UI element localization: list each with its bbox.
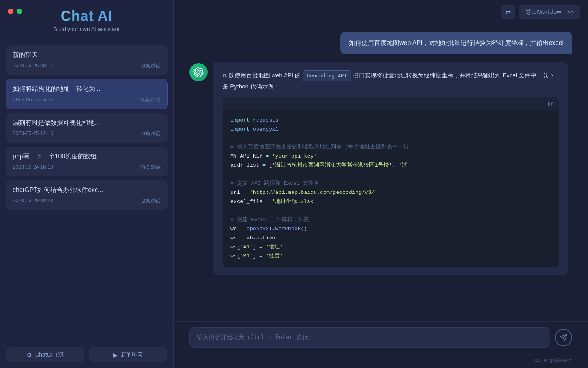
user-message: 如何使用百度地图web API，对地址批量进行转换为经纬度坐标，并输出excel: [189, 32, 572, 54]
user-bubble: 如何使用百度地图web API，对地址批量进行转换为经纬度坐标，并输出excel: [340, 32, 572, 54]
chat-item-count: 10条对话: [140, 164, 161, 171]
chat-list-item[interactable]: 漏刻有时是做数据可视化和地... 2023-05-25 12:16 6条对话: [6, 113, 168, 143]
chat-item-count: 6条对话: [142, 130, 161, 137]
chat-area: 如何使用百度地图web API，对地址批量进行转换为经纬度坐标，并输出excel…: [174, 24, 588, 321]
chat-item-meta: 2023-05-24 16:19 10条对话: [13, 164, 161, 171]
play-icon: ▶: [113, 352, 118, 358]
chat-item-count: 0条对话: [142, 62, 161, 69]
footer-note: CSDN @漏刻有时: [174, 356, 588, 368]
main-header: ⇄ 导出Markdown >>: [174, 0, 588, 24]
chat-item-title: chatGPT如何结合办公软件exc...: [13, 186, 161, 194]
app-title: Chat AI: [61, 8, 113, 24]
geocoding-badge: Geocoding API: [303, 70, 352, 81]
chat-item-meta: 2023-05-26 06:42 24条对话: [13, 96, 160, 103]
chat-item-count: 2条对话: [142, 197, 161, 205]
code-body: import requests import openpyxl # 输入百度地图…: [223, 110, 559, 267]
chat-item-date: 2023-05-26 06:42: [13, 96, 54, 103]
window-close-button[interactable]: [8, 9, 13, 14]
new-chat-label: 新的聊天: [121, 351, 143, 359]
chat-item-date: 2023-05-25 12:16: [13, 130, 53, 137]
source-label: ChatGPT源: [35, 351, 64, 359]
sidebar-header: Chat AI Build your own AI assistant: [0, 0, 173, 39]
code-header: py: [223, 97, 559, 109]
new-chat-button[interactable]: ▶ 新的聊天: [89, 347, 167, 362]
window-maximize-button[interactable]: [17, 9, 22, 14]
chat-item-title: 新的聊天: [13, 51, 161, 59]
export-icon[interactable]: ⇄: [501, 5, 515, 19]
code-block: py import requests import openpyxl # 输入百…: [223, 97, 559, 267]
send-icon: [560, 334, 567, 342]
chat-list: 新的聊天 2023-05-26 08:11 0条对话 如何将结构化的地址，转化为…: [0, 39, 173, 342]
sidebar-footer: ⚙ ChatGPT源 ▶ 新的聊天: [0, 342, 173, 368]
ai-message: 可以使用百度地图 web API 的 Geocoding API 接口实现将批量…: [189, 62, 572, 275]
app-subtitle: Build your own AI assistant: [54, 26, 120, 32]
chat-list-item[interactable]: chatGPT如何结合办公软件exc... 2023-05-20 09:28 2…: [6, 180, 168, 210]
chat-item-title: 漏刻有时是做数据可视化和地...: [13, 119, 161, 127]
code-lang: py: [548, 99, 553, 107]
chat-item-count: 24条对话: [139, 96, 160, 103]
input-area: [174, 321, 588, 356]
chat-item-meta: 2023-05-26 08:11 0条对话: [13, 62, 161, 69]
send-button[interactable]: [555, 329, 572, 346]
app-container: Chat AI Build your own AI assistant 新的聊天…: [0, 0, 588, 368]
ai-prefix: 可以使用百度地图 web API 的: [223, 72, 301, 79]
export-arrow-icon: >>: [567, 9, 574, 15]
ai-avatar: [189, 63, 208, 81]
export-label: 导出Markdown: [525, 8, 564, 16]
chat-item-title: php写一下一个100长度的数组...: [13, 152, 161, 161]
chatgpt-source-button[interactable]: ⚙ ChatGPT源: [6, 347, 84, 362]
window-controls: [8, 9, 22, 14]
chat-item-date: 2023-05-24 16:19: [13, 164, 53, 171]
ai-bubble: 可以使用百度地图 web API 的 Geocoding API 接口实现将批量…: [213, 62, 568, 275]
main-content: ⇄ 导出Markdown >> 如何使用百度地图web API，对地址批量进行转…: [174, 0, 588, 368]
chat-item-date: 2023-05-20 09:28: [13, 197, 53, 205]
chat-list-item[interactable]: php写一下一个100长度的数组... 2023-05-24 16:19 10条…: [6, 147, 168, 176]
chat-item-date: 2023-05-26 08:11: [13, 62, 53, 69]
chat-list-item[interactable]: 新的聊天 2023-05-26 08:11 0条对话: [6, 45, 168, 75]
chat-item-title: 如何将结构化的地址，转化为...: [13, 85, 160, 93]
export-markdown-button[interactable]: 导出Markdown >>: [519, 5, 580, 19]
chat-item-meta: 2023-05-25 12:16 6条对话: [13, 130, 161, 137]
chat-input[interactable]: [189, 327, 550, 348]
chat-list-item[interactable]: 如何将结构化的地址，转化为... 2023-05-26 06:42 24条对话: [6, 79, 168, 109]
chat-item-meta: 2023-05-20 09:28 2条对话: [13, 197, 161, 205]
ai-text: 可以使用百度地图 web API 的 Geocoding API 接口实现将批量…: [223, 70, 559, 92]
source-icon: ⚙: [27, 352, 32, 358]
sidebar: Chat AI Build your own AI assistant 新的聊天…: [0, 0, 174, 368]
